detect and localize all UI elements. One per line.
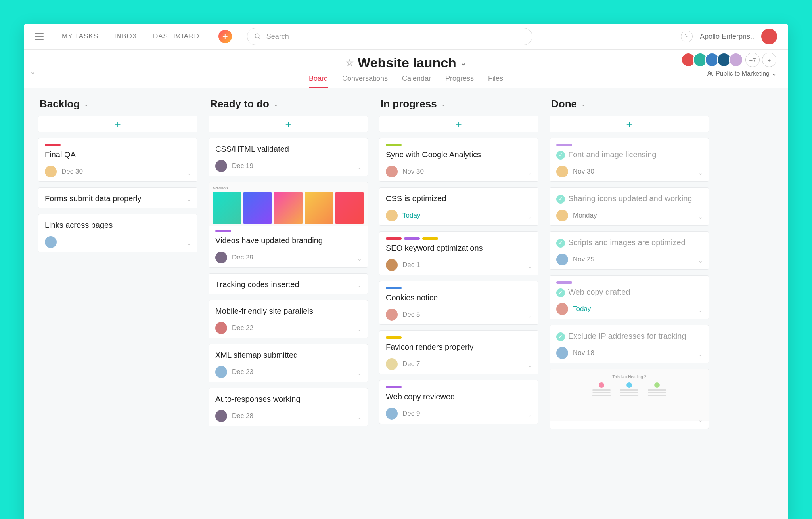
task-card[interactable]: Mobile-friendly site parallelsDec 22⌄ [209, 300, 368, 338]
column-header[interactable]: Done ⌄ [550, 95, 709, 116]
global-add-button[interactable]: + [218, 30, 232, 43]
task-card[interactable]: ✓Scripts and images are optimizedNov 25⌄ [550, 231, 709, 270]
task-card[interactable]: SEO keyword optimizationsDec 1⌄ [379, 231, 538, 275]
chevron-down-icon[interactable]: ⌄ [528, 170, 532, 176]
tab-conversations[interactable]: Conversations [342, 74, 388, 88]
search-input[interactable] [247, 28, 532, 45]
task-card[interactable]: ✓Web copy draftedToday⌄ [550, 275, 709, 319]
task-card[interactable]: Gradients Videos have updated brandingDe… [209, 182, 368, 268]
assignee-avatar[interactable] [386, 358, 398, 370]
menu-icon[interactable] [35, 33, 44, 40]
task-card[interactable]: Links across pages⌄ [38, 214, 197, 252]
chevron-down-icon[interactable]: ⌄ [528, 362, 532, 368]
assignee-avatar[interactable] [45, 166, 57, 177]
assignee-avatar[interactable] [215, 410, 227, 422]
task-card[interactable]: ✓Font and image licensingNov 30⌄ [550, 138, 709, 182]
help-button[interactable]: ? [681, 31, 693, 42]
assignee-avatar[interactable] [215, 160, 227, 172]
chevron-down-icon[interactable]: ⌄ [357, 414, 362, 420]
column-header[interactable]: In progress ⌄ [379, 95, 538, 116]
chevron-down-icon[interactable]: ⌄ [357, 370, 362, 376]
task-card[interactable]: Tracking codes inserted⌄ [209, 273, 368, 294]
assignee-avatar[interactable] [215, 252, 227, 263]
tag [556, 281, 572, 284]
task-card[interactable]: This is a Heading 2 ⌄ [550, 369, 709, 429]
chevron-down-icon[interactable]: ⌄ [528, 313, 532, 319]
chevron-down-icon[interactable]: ⌄ [357, 326, 362, 332]
task-card[interactable]: XML sitemap submittedDec 23⌄ [209, 344, 368, 382]
assignee-avatar[interactable] [386, 408, 398, 420]
card-title: Tracking codes inserted [215, 279, 361, 290]
profile-avatar[interactable] [761, 29, 777, 44]
chevron-down-icon[interactable]: ⌄ [273, 100, 278, 108]
more-members-button[interactable]: +7 [745, 53, 760, 67]
assignee-avatar[interactable] [215, 322, 227, 334]
task-card[interactable]: Cookies noticeDec 5⌄ [379, 281, 538, 325]
task-card[interactable]: CSS/HTML validatedDec 19⌄ [209, 138, 368, 176]
task-card[interactable]: ✓Sharing icons updated and workingMonday… [550, 187, 709, 226]
member-avatar[interactable] [729, 53, 743, 67]
task-card[interactable]: Auto-responses workingDec 28⌄ [209, 388, 368, 426]
chevron-down-icon[interactable]: ⌄ [187, 196, 192, 202]
chevron-down-icon[interactable]: ⌄ [441, 100, 446, 108]
task-card[interactable]: Forms submit data properly⌄ [38, 187, 197, 208]
nav-dashboard[interactable]: DASHBOARD [153, 32, 199, 40]
assignee-avatar[interactable] [386, 309, 398, 321]
task-card[interactable]: Final QADec 30⌄ [38, 138, 197, 182]
chevron-down-icon[interactable]: ⌄ [357, 164, 362, 170]
add-card-button[interactable]: + [379, 116, 538, 132]
column-header[interactable]: Ready to do ⌄ [209, 95, 368, 116]
chevron-down-icon[interactable]: ⌄ [528, 214, 532, 220]
add-card-button[interactable]: + [38, 116, 197, 132]
chevron-down-icon[interactable]: ⌄ [357, 256, 362, 262]
assignee-avatar[interactable] [556, 347, 568, 359]
expand-sidebar-icon[interactable]: » [31, 69, 34, 76]
assignee-avatar[interactable] [386, 259, 398, 271]
assignee-avatar[interactable] [556, 303, 568, 315]
task-card[interactable]: Favicon renders properlyDec 7⌄ [379, 330, 538, 374]
chevron-down-icon[interactable]: ⌄ [187, 240, 192, 246]
chevron-down-icon[interactable]: ⌄ [698, 307, 703, 313]
tab-calendar[interactable]: Calendar [402, 74, 431, 88]
card-title: CSS/HTML validated [215, 144, 361, 155]
tab-progress[interactable]: Progress [445, 74, 474, 88]
assignee-avatar[interactable] [386, 210, 398, 221]
task-card[interactable]: Web copy reviewedDec 9⌄ [379, 380, 538, 424]
add-member-button[interactable]: + [762, 53, 776, 67]
chevron-down-icon[interactable]: ⌄ [698, 258, 703, 264]
add-card-button[interactable]: + [209, 116, 368, 132]
chevron-down-icon[interactable]: ⌄ [698, 351, 703, 357]
chevron-down-icon[interactable]: ⌄ [698, 417, 703, 423]
nav-inbox[interactable]: INBOX [114, 32, 137, 40]
chevron-down-icon[interactable]: ⌄ [187, 170, 192, 176]
nav-my-tasks[interactable]: MY TASKS [62, 32, 98, 40]
chevron-down-icon[interactable]: ⌄ [460, 59, 466, 67]
chevron-down-icon[interactable]: ⌄ [357, 282, 362, 288]
assignee-avatar[interactable] [556, 254, 568, 265]
assignee-avatar[interactable] [45, 236, 57, 248]
tab-board[interactable]: Board [309, 74, 328, 88]
chevron-down-icon[interactable]: ⌄ [581, 100, 586, 108]
project-title[interactable]: Website launch [358, 55, 456, 71]
task-card[interactable]: CSS is optimizedToday⌄ [379, 187, 538, 226]
due-date: Dec 1 [402, 261, 420, 269]
chevron-down-icon[interactable]: ⌄ [528, 263, 532, 269]
chevron-down-icon[interactable]: ⌄ [698, 214, 703, 220]
chevron-down-icon[interactable]: ⌄ [84, 100, 89, 108]
assignee-avatar[interactable] [386, 166, 398, 177]
task-card[interactable]: Sync with Google AnalyticsNov 30⌄ [379, 138, 538, 182]
star-icon[interactable]: ☆ [346, 58, 354, 68]
tab-files[interactable]: Files [488, 74, 503, 88]
assignee-avatar[interactable] [556, 166, 568, 177]
add-card-button[interactable]: + [550, 116, 709, 132]
task-card[interactable]: ✓Exclude IP addresses for trackingNov 18… [550, 325, 709, 363]
column-header[interactable]: Backlog ⌄ [38, 95, 197, 116]
assignee-avatar[interactable] [556, 210, 568, 221]
assignee-avatar[interactable] [215, 366, 227, 378]
chevron-down-icon[interactable]: ⌄ [698, 170, 703, 176]
chevron-down-icon[interactable]: ⌄ [528, 412, 532, 418]
org-name[interactable]: Apollo Enterpris.. [700, 32, 754, 41]
project-visibility[interactable]: Public to Marketing ⌄ [684, 70, 776, 78]
card-footer: Nov 30 [556, 166, 702, 177]
tag [386, 237, 402, 240]
